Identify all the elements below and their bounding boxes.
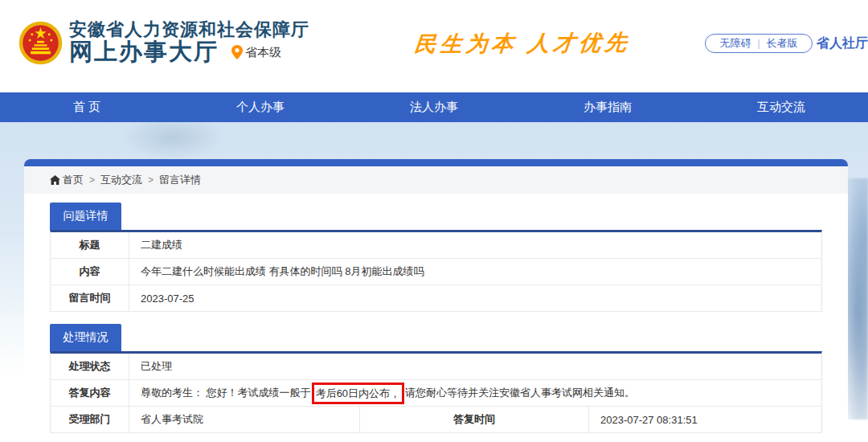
region-switcher[interactable]: 省本级 bbox=[231, 45, 281, 60]
portal-link[interactable]: 省人社厅 bbox=[817, 35, 868, 52]
row-value: 今年二建什么时候能出成绩 有具体的时间吗 8月初能出成绩吗 bbox=[129, 259, 821, 284]
row-label: 处理状态 bbox=[51, 354, 129, 379]
nav-item-home[interactable]: 首 页 bbox=[0, 92, 174, 122]
elder-version-button[interactable]: 长者版 bbox=[767, 36, 798, 51]
nav-item-interact[interactable]: 互动交流 bbox=[694, 92, 868, 122]
row-label: 答复内容 bbox=[51, 380, 129, 406]
nav-item-guide[interactable]: 办事指南 bbox=[521, 92, 694, 122]
section-tab-process: 处理情况 bbox=[50, 324, 121, 351]
breadcrumb: 首页 > 互动交流 > 留言详情 bbox=[24, 166, 848, 194]
row-label: 内容 bbox=[51, 259, 129, 284]
watermark-left bbox=[121, 122, 225, 161]
breadcrumb-item-current: 留言详情 bbox=[159, 173, 201, 187]
breadcrumb-separator: > bbox=[89, 174, 95, 186]
row-label: 留言时间 bbox=[51, 285, 129, 311]
process-table: 处理状态 已处理 答复内容 尊敬的考生： 您好！考试成绩一般于考后60日内公布，… bbox=[50, 351, 822, 433]
location-pin-icon bbox=[231, 45, 243, 59]
table-row: 处理状态 已处理 bbox=[51, 354, 821, 380]
row-value: 已处理 bbox=[129, 354, 821, 379]
nav-item-legal[interactable]: 法人办事 bbox=[347, 92, 521, 122]
reply-text-prefix: 尊敬的考生： 您好！考试成绩一般于 bbox=[141, 386, 311, 400]
breadcrumb-separator: > bbox=[148, 174, 154, 186]
row-value: 二建成绩 bbox=[129, 232, 821, 258]
table-row: 标题 二建成绩 bbox=[51, 232, 821, 259]
accessibility-pill: 无障碍 | 长者版 bbox=[705, 34, 813, 53]
table-row: 受理部门 省人事考试院 答复时间 2023-07-27 08:31:51 bbox=[51, 407, 821, 433]
breadcrumb-item-interact[interactable]: 互动交流 bbox=[100, 173, 142, 187]
slogan-calligraphy: 民生为本 人才优先 bbox=[413, 28, 632, 59]
pill-divider: | bbox=[757, 38, 760, 49]
hall-name: 网上办事大厅 bbox=[69, 36, 219, 68]
content-card: 首页 > 互动交流 > 留言详情 问题详情 标题 二建成绩 内容 今年二建什么时… bbox=[24, 159, 848, 442]
section-tab-question: 问题详情 bbox=[50, 203, 121, 230]
row-label: 标题 bbox=[51, 232, 129, 258]
row-value: 2023-07-27 08:31:51 bbox=[589, 407, 821, 432]
highlight-annotation-box: 考后60日内公布， bbox=[312, 383, 404, 404]
page: 安徽省人力资源和社会保障厅 网上办事大厅 省本级 民生为本 人才优先 无障碍 |… bbox=[0, 0, 868, 442]
table-row: 留言时间 2023-07-25 bbox=[51, 285, 821, 312]
table-row: 答复内容 尊敬的考生： 您好！考试成绩一般于考后60日内公布，请您耐心等待并关注… bbox=[51, 380, 821, 407]
region-label: 省本级 bbox=[245, 45, 281, 60]
breadcrumb-home[interactable]: 首页 bbox=[50, 173, 84, 187]
question-table: 标题 二建成绩 内容 今年二建什么时候能出成绩 有具体的时间吗 8月初能出成绩吗… bbox=[50, 230, 822, 312]
accessibility-button[interactable]: 无障碍 bbox=[719, 36, 751, 51]
home-icon bbox=[50, 175, 60, 185]
table-row: 内容 今年二建什么时候能出成绩 有具体的时间吗 8月初能出成绩吗 bbox=[51, 259, 821, 285]
row-value: 2023-07-25 bbox=[129, 285, 821, 311]
breadcrumb-home-label: 首页 bbox=[63, 173, 84, 187]
reply-text-suffix: 请您耐心等待并关注安徽省人事考试网相关通知。 bbox=[405, 386, 635, 400]
national-emblem-icon bbox=[18, 20, 63, 66]
main-nav: 首 页 个人办事 法人办事 办事指南 互动交流 bbox=[0, 92, 868, 122]
site-header: 安徽省人力资源和社会保障厅 网上办事大厅 省本级 民生为本 人才优先 无障碍 |… bbox=[0, 0, 868, 92]
row-label: 答复时间 bbox=[360, 407, 589, 432]
row-label: 受理部门 bbox=[51, 407, 129, 432]
row-value: 尊敬的考生： 您好！考试成绩一般于考后60日内公布，请您耐心等待并关注安徽省人事… bbox=[129, 380, 821, 406]
row-value: 省人事考试院 bbox=[129, 407, 360, 432]
card-top-bar bbox=[24, 159, 848, 166]
nav-item-personal[interactable]: 个人办事 bbox=[174, 92, 347, 122]
